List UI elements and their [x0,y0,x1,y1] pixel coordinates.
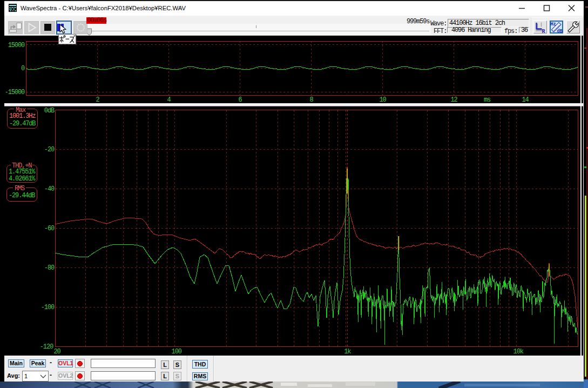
svg-text:2: 2 [96,96,99,104]
svg-text:10: 10 [379,96,386,104]
svg-text:-40: -40 [44,185,55,193]
svg-text:-120: -120 [40,343,53,351]
svg-text:-100: -100 [41,304,55,311]
svg-text:6: 6 [238,96,242,104]
svg-text:4: 4 [167,96,171,104]
svg-text:8: 8 [309,96,313,104]
svg-text:10k: 10k [513,348,524,356]
svg-text:-20: -20 [44,146,55,153]
svg-text:ms: ms [484,96,491,104]
svg-text:20: 20 [53,348,60,356]
svg-text:-60: -60 [44,225,55,232]
svg-text:100: 100 [172,348,182,356]
svg-text:1k: 1k [344,348,351,356]
svg-text:0dB: 0dB [44,107,55,115]
svg-text:15000: 15000 [8,42,25,49]
svg-text:12: 12 [450,96,457,104]
svg-text:0: 0 [21,65,25,72]
svg-text:-80: -80 [44,264,55,272]
svg-text:14: 14 [522,96,529,104]
svg-text:-15000: -15000 [5,89,25,96]
